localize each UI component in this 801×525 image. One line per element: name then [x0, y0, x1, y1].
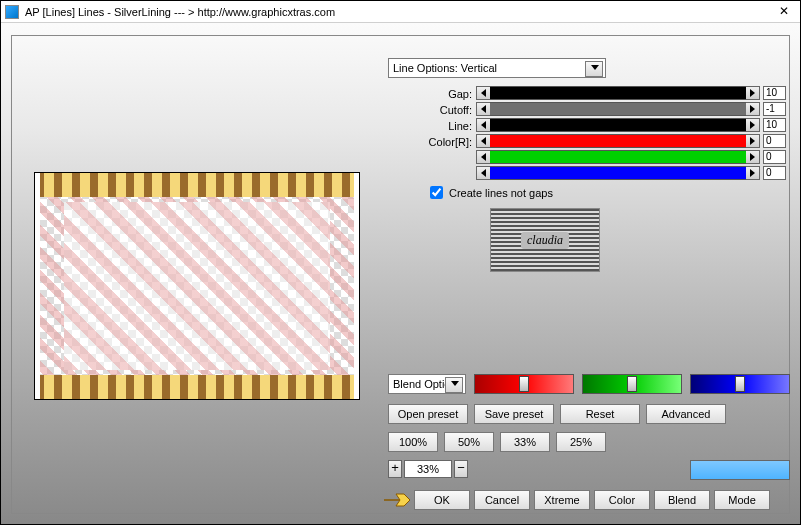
checkbox-input[interactable]: [430, 186, 443, 199]
arrow-right-icon[interactable]: [746, 118, 760, 132]
slider-track[interactable]: [490, 86, 746, 100]
rgb-slider-g[interactable]: [582, 374, 682, 394]
slider-line[interactable]: 10: [476, 118, 786, 132]
slider-gap-value[interactable]: 10: [763, 86, 786, 100]
zoom-minus-button[interactable]: −: [454, 460, 468, 478]
color-swatch[interactable]: [690, 460, 790, 480]
arrow-left-icon[interactable]: [476, 166, 490, 180]
logo-text: claudia: [521, 232, 569, 249]
arrow-right-icon[interactable]: [746, 166, 760, 180]
slider-line-value[interactable]: 10: [763, 118, 786, 132]
xtreme-button[interactable]: Xtreme: [534, 490, 590, 510]
arrow-left-icon[interactable]: [476, 102, 490, 116]
slider-color-g-value[interactable]: 0: [763, 150, 786, 164]
zoom-33-button[interactable]: 33%: [500, 432, 550, 452]
chevron-down-icon: [591, 65, 599, 70]
content-panel: Line Options: Vertical Gap: 10 Cutoff: -…: [11, 35, 790, 514]
arrow-right-icon[interactable]: [746, 150, 760, 164]
label-line: Line:: [422, 120, 472, 132]
label-gap: Gap:: [422, 88, 472, 100]
arrow-right-icon[interactable]: [746, 86, 760, 100]
slider-color-g[interactable]: 0: [476, 150, 786, 164]
line-options-value: Line Options: Vertical: [393, 62, 497, 74]
logo: claudia: [490, 208, 600, 272]
arrow-right-icon[interactable]: [746, 102, 760, 116]
preview-canvas: [64, 202, 330, 370]
slider-color-b-value[interactable]: 0: [763, 166, 786, 180]
window-title: AP [Lines] Lines - SilverLining --- > ht…: [25, 6, 772, 18]
slider-track[interactable]: [490, 166, 746, 180]
arrow-left-icon[interactable]: [476, 134, 490, 148]
color-button[interactable]: Color: [594, 490, 650, 510]
app-icon: [5, 5, 19, 19]
arrow-left-icon[interactable]: [476, 118, 490, 132]
slider-gap[interactable]: 10: [476, 86, 786, 100]
preview-frame: [40, 178, 354, 394]
rgb-slider-r[interactable]: [474, 374, 574, 394]
blend-options-value: Blend Optio: [393, 378, 450, 390]
slider-color-b[interactable]: 0: [476, 166, 786, 180]
slider-track[interactable]: [490, 118, 746, 132]
mode-button[interactable]: Mode: [714, 490, 770, 510]
close-button[interactable]: ✕: [772, 4, 796, 20]
arrow-left-icon[interactable]: [476, 86, 490, 100]
cancel-button[interactable]: Cancel: [474, 490, 530, 510]
blend-button[interactable]: Blend: [654, 490, 710, 510]
slider-track[interactable]: [490, 150, 746, 164]
slider-cutoff[interactable]: -1: [476, 102, 786, 116]
zoom-100-button[interactable]: 100%: [388, 432, 438, 452]
rgb-slider-b[interactable]: [690, 374, 790, 394]
chevron-down-icon: [451, 381, 459, 386]
checkbox-label: Create lines not gaps: [449, 187, 553, 199]
titlebar: AP [Lines] Lines - SilverLining --- > ht…: [1, 1, 800, 23]
window: AP [Lines] Lines - SilverLining --- > ht…: [0, 0, 801, 525]
arrow-left-icon[interactable]: [476, 150, 490, 164]
advanced-button[interactable]: Advanced: [646, 404, 726, 424]
label-color-r: Color[R]:: [422, 136, 472, 148]
label-cutoff: Cutoff:: [422, 104, 472, 116]
preview-panel: [34, 172, 360, 400]
open-preset-button[interactable]: Open preset: [388, 404, 468, 424]
slider-cutoff-value[interactable]: -1: [763, 102, 786, 116]
ok-button[interactable]: OK: [414, 490, 470, 510]
line-options-dropdown[interactable]: Line Options: Vertical: [388, 58, 606, 78]
hand-pointer-icon: [382, 489, 412, 511]
zoom-25-button[interactable]: 25%: [556, 432, 606, 452]
save-preset-button[interactable]: Save preset: [474, 404, 554, 424]
zoom-plus-button[interactable]: +: [388, 460, 402, 478]
reset-button[interactable]: Reset: [560, 404, 640, 424]
slider-track[interactable]: [490, 134, 746, 148]
zoom-50-button[interactable]: 50%: [444, 432, 494, 452]
slider-thumb[interactable]: [735, 376, 745, 392]
slider-thumb[interactable]: [627, 376, 637, 392]
blend-options-dropdown[interactable]: Blend Optio: [388, 374, 466, 394]
slider-color-r-value[interactable]: 0: [763, 134, 786, 148]
arrow-right-icon[interactable]: [746, 134, 760, 148]
slider-thumb[interactable]: [519, 376, 529, 392]
create-lines-checkbox[interactable]: Create lines not gaps: [430, 186, 553, 199]
zoom-value[interactable]: 33%: [404, 460, 452, 478]
slider-color-r[interactable]: 0: [476, 134, 786, 148]
slider-track[interactable]: [490, 102, 746, 116]
